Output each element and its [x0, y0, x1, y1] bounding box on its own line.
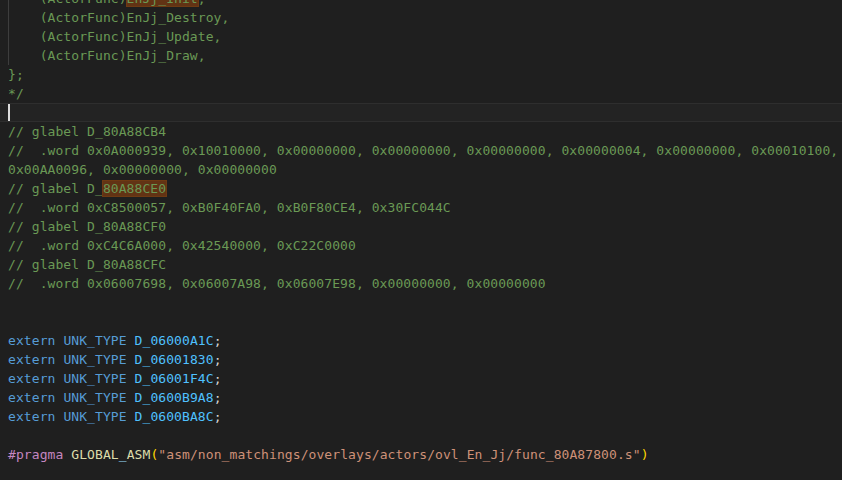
comment-glabel-D_80A88CE0[interactable]: // glabel D_80A88CE0 — [0, 179, 842, 198]
extern-D_0600B9A8[interactable]: extern UNK_TYPE D_0600B9A8; — [0, 388, 842, 407]
extern-D_06001F4C[interactable]: extern UNK_TYPE D_06001F4C; — [0, 369, 842, 388]
code-token: // glabel D_80A88CFC — [8, 257, 166, 272]
comment-glabel-D_80A88CB4[interactable]: // glabel D_80A88CB4 — [0, 122, 842, 141]
code-token — [127, 409, 135, 424]
empty-line[interactable] — [0, 426, 842, 445]
empty-line[interactable] — [0, 464, 842, 480]
code-token: UNK_TYPE — [63, 371, 126, 386]
extern-D_0600BA8C[interactable]: extern UNK_TYPE D_0600BA8C; — [0, 407, 842, 426]
comment-block-end[interactable]: */ — [0, 84, 842, 103]
extern-D_06001830[interactable]: extern UNK_TYPE D_06001830; — [0, 350, 842, 369]
code-token: // .word 0xC4C6A000, 0x42540000, 0xC22C0… — [8, 238, 356, 253]
code-token: ASM — [127, 447, 151, 462]
code-token: 0x00AA0096, 0x00000000, 0x00000000 — [8, 162, 277, 177]
empty-line[interactable] — [0, 312, 842, 331]
code-token: extern — [8, 371, 55, 386]
code-token: _ — [119, 447, 127, 462]
code-token: // .word 0xC8500057, 0xB0F40FA0, 0xB0F80… — [8, 200, 451, 215]
code-lines: (ActorFunc)EnJj_Init, (ActorFunc)EnJj_De… — [0, 0, 842, 480]
code-token: ) — [641, 447, 649, 462]
code-token: ; — [214, 371, 222, 386]
code-token: extern — [8, 390, 55, 405]
code-token: ; — [214, 390, 222, 405]
code-token: UNK_TYPE — [63, 352, 126, 367]
search-match-highlight: 80A88CE0 — [103, 181, 166, 196]
code-token: }; — [8, 67, 24, 82]
code-token: UNK_TYPE — [63, 409, 126, 424]
code-token: D_06001F4C — [135, 371, 214, 386]
code-editor[interactable]: (ActorFunc)EnJj_Init, (ActorFunc)EnJj_De… — [0, 0, 842, 480]
comment-glabel-D_80A88CF0[interactable]: // glabel D_80A88CF0 — [0, 217, 842, 236]
code-token: (ActorFunc)EnJj_Update, — [8, 29, 221, 44]
code-token: UNK_TYPE — [63, 333, 126, 348]
code-token: ; — [214, 333, 222, 348]
comment-word-data-1-wrap[interactable]: 0x00AA0096, 0x00000000, 0x00000000 — [0, 160, 842, 179]
code-token: (ActorFunc)EnJj_Draw, — [8, 48, 206, 63]
code-token: // .word 0x0A000939, 0x10010000, 0x00000… — [8, 143, 838, 158]
comment-actorfunc-update[interactable]: (ActorFunc)EnJj_Update, — [0, 27, 842, 46]
code-token: (ActorFunc)EnJj_Destroy, — [8, 10, 229, 25]
comment-glabel-D_80A88CFC[interactable]: // glabel D_80A88CFC — [0, 255, 842, 274]
code-token: */ — [8, 86, 24, 101]
comment-word-data-4[interactable]: // .word 0x06007698, 0x06007A98, 0x06007… — [0, 274, 842, 293]
comment-actorfunc-draw[interactable]: (ActorFunc)EnJj_Draw, — [0, 46, 842, 65]
comment-actorfunc-init[interactable]: (ActorFunc)EnJj_Init, — [0, 0, 842, 8]
pragma-global-asm[interactable]: #pragma GLOBAL_ASM("asm/non_matchings/ov… — [0, 445, 842, 464]
code-token — [127, 352, 135, 367]
code-token: D_06001830 — [135, 352, 214, 367]
code-token: (ActorFunc) — [8, 0, 127, 6]
code-token: UNK_TYPE — [63, 390, 126, 405]
code-token: extern — [8, 409, 55, 424]
empty-line[interactable] — [0, 293, 842, 312]
code-token: #pragma — [8, 447, 63, 462]
code-token: "asm/non_matchings/overlays/actors/ovl_E… — [158, 447, 640, 462]
comment-actorfunc-destroy[interactable]: (ActorFunc)EnJj_Destroy, — [0, 8, 842, 27]
code-token: , — [198, 0, 206, 6]
code-token: // .word 0x06007698, 0x06007A98, 0x06007… — [8, 276, 546, 291]
comment-word-data-3[interactable]: // .word 0xC4C6A000, 0x42540000, 0xC22C0… — [0, 236, 842, 255]
search-match-highlight: EnJj_Init — [127, 0, 198, 6]
code-token: D_06000A1C — [135, 333, 214, 348]
code-token — [127, 371, 135, 386]
extern-D_06000A1C[interactable]: extern UNK_TYPE D_06000A1C; — [0, 331, 842, 350]
text-cursor — [8, 104, 10, 121]
code-token: extern — [8, 352, 55, 367]
code-token: D_0600B9A8 — [135, 390, 214, 405]
comment-word-data-2[interactable]: // .word 0xC8500057, 0xB0F40FA0, 0xB0F80… — [0, 198, 842, 217]
code-token: // glabel D_ — [8, 181, 103, 196]
code-token: D_0600BA8C — [135, 409, 214, 424]
code-token: ; — [214, 352, 222, 367]
code-token — [127, 390, 135, 405]
code-token: // glabel D_80A88CB4 — [8, 124, 166, 139]
code-token: GLOBAL — [71, 447, 118, 462]
comment-close-brace[interactable]: }; — [0, 65, 842, 84]
code-token: extern — [8, 333, 55, 348]
code-token — [127, 333, 135, 348]
code-token: // glabel D_80A88CF0 — [8, 219, 166, 234]
code-token: ; — [214, 409, 222, 424]
cursor-line[interactable] — [0, 103, 842, 122]
comment-word-data-1[interactable]: // .word 0x0A000939, 0x10010000, 0x00000… — [0, 141, 842, 160]
